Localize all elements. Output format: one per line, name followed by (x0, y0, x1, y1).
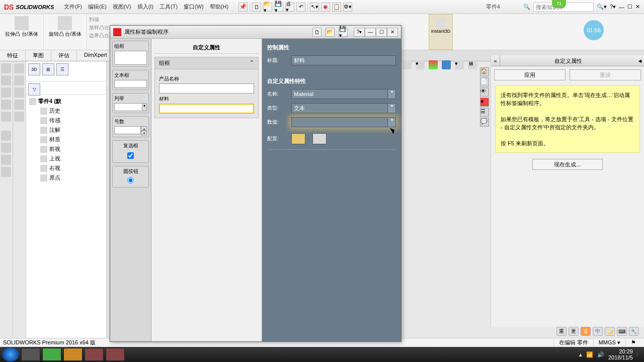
tree-front[interactable]: 前视 (28, 144, 104, 154)
pill-1[interactable]: 重 (556, 327, 567, 336)
rebuild-icon[interactable]: ◉ (321, 3, 330, 12)
tp-home-icon[interactable]: 🏠 (480, 67, 489, 76)
select-icon[interactable]: ↖▾ (310, 3, 319, 12)
name-dropdown[interactable]: Material▾ (291, 89, 396, 99)
l2-3[interactable] (14, 87, 24, 98)
menu-file[interactable]: 文件(F) (64, 3, 82, 11)
pill-2[interactable]: 更 (569, 327, 579, 336)
taskpane-collapse[interactable]: « (491, 55, 500, 66)
palette-groupbox[interactable]: 组框 (112, 41, 149, 67)
config-btn-2[interactable] (312, 133, 327, 144)
undo-icon[interactable]: ↶ (296, 3, 305, 12)
tree-annotations[interactable]: 注解 (28, 125, 104, 135)
tree-origin[interactable]: 原点 (28, 173, 104, 183)
start-button[interactable] (2, 347, 19, 361)
minimize-icon[interactable]: — (619, 4, 624, 10)
task-media[interactable] (63, 348, 83, 361)
li-9[interactable] (1, 167, 11, 177)
l2-2[interactable] (14, 75, 24, 85)
notification-badge[interactable]: 71 (552, 0, 566, 8)
field2-input[interactable] (159, 104, 254, 114)
pill-zh[interactable]: 中 (593, 327, 603, 336)
task-sw-2016[interactable] (85, 348, 104, 361)
tree-tab-2[interactable]: ⊞ (42, 63, 54, 75)
tp-res-icon[interactable]: 📄 (480, 77, 489, 86)
collapse-icon[interactable]: ⌃ (250, 59, 254, 67)
tree-history[interactable]: 历史 (28, 106, 104, 116)
tp-forum-icon[interactable]: 💬 (480, 118, 489, 127)
ribbon-extrude[interactable]: 拉伸凸 台/基体 (0, 14, 44, 50)
menu-view[interactable]: 视图(V) (113, 3, 131, 11)
vp-5[interactable]: ▾ (455, 60, 464, 69)
reset-button[interactable]: 重设 (570, 69, 641, 80)
ribbon-revolve[interactable]: 旋转凸 台/基体 (44, 14, 88, 50)
dlg-new-icon[interactable]: 🗋 (312, 28, 321, 37)
filter-icon[interactable]: ▽ (28, 83, 40, 96)
li-5[interactable] (1, 112, 11, 122)
status-units[interactable]: MMGS ▾ (593, 339, 625, 346)
tp-appear-icon[interactable]: ● (480, 98, 489, 107)
maximize-icon[interactable]: ☐ (627, 4, 632, 10)
l2-1[interactable] (14, 63, 24, 73)
value-dropdown[interactable]: ▾ (291, 117, 396, 127)
menu-tools[interactable]: 工具(T) (159, 3, 178, 11)
search-dd-icon[interactable]: 🔍▾ (597, 4, 607, 10)
li-2[interactable] (1, 75, 11, 85)
dlg-save-icon[interactable]: 💾▾ (339, 28, 348, 37)
palette-radio[interactable]: 圆按钮 (112, 166, 149, 188)
close-icon[interactable]: ✕ (635, 4, 640, 10)
tp-view-icon[interactable]: 👁 (480, 87, 489, 97)
li-8[interactable] (1, 155, 11, 165)
new-icon[interactable]: 🗋 (252, 3, 261, 12)
vp-2[interactable]: ▾ (416, 60, 425, 69)
type-dropdown[interactable]: 文本▾ (291, 103, 396, 113)
tab-dimxpert[interactable]: DimXpert (77, 50, 115, 61)
tree-root[interactable]: 零件4 (默 (28, 97, 104, 106)
li-3[interactable] (1, 87, 11, 98)
task-browser[interactable] (42, 348, 61, 361)
palette-number[interactable]: 号数 ▴▾ (112, 116, 149, 137)
li-4[interactable] (1, 100, 11, 110)
tree-sensors[interactable]: 传感 (28, 116, 104, 125)
li-6[interactable] (1, 131, 11, 141)
ribbon-sweep[interactable]: 扫描 (89, 16, 121, 23)
task-explorer[interactable] (21, 348, 40, 361)
pin-icon[interactable]: 📌 (238, 3, 248, 12)
tab-feature[interactable]: 特征 (0, 50, 26, 61)
generate-now-button[interactable]: 现在生成... (532, 159, 603, 170)
pill-set-icon[interactable]: 🔧 (629, 327, 639, 336)
tree-top[interactable]: 上视 (28, 154, 104, 163)
dlg-min-icon[interactable]: — (365, 28, 376, 37)
l2-5[interactable] (14, 112, 24, 122)
options-icon[interactable]: 📋 (332, 3, 341, 12)
dlg-help-icon[interactable]: ?▾ (354, 28, 365, 37)
tab-sketch[interactable]: 草图 (26, 50, 51, 61)
tray-net-icon[interactable]: 📶 (586, 351, 593, 358)
vp-3[interactable] (429, 60, 438, 69)
pill-s[interactable]: S (581, 327, 591, 336)
li-7[interactable] (1, 143, 11, 153)
print-icon[interactable]: 🖨▾ (285, 3, 294, 12)
tray-clock[interactable]: 20:29 2018/11/5 (608, 348, 633, 360)
palette-checkbox[interactable]: 复选框 (112, 140, 149, 163)
palette-textbox[interactable]: 文本框 (112, 70, 149, 90)
task-sw-dialog[interactable] (106, 348, 125, 361)
open-icon[interactable]: 📂▾ (263, 3, 272, 12)
tree-material[interactable]: 材质 (28, 135, 104, 144)
tree-right[interactable]: 右视 (28, 163, 104, 173)
instant3d-button[interactable]: Instant3D (429, 14, 453, 50)
vp-1[interactable] (403, 60, 412, 69)
tray-vol-icon[interactable]: 🔊 (597, 351, 604, 358)
taskpane-pin[interactable]: ◄ (636, 55, 644, 66)
pill-moon-icon[interactable]: 🌙 (605, 327, 615, 336)
help-icon[interactable]: ?▾ (610, 4, 616, 10)
menu-edit[interactable]: 编辑(E) (88, 3, 107, 11)
tab-evaluate[interactable]: 评估 (51, 50, 77, 61)
tray-showdesk[interactable] (637, 351, 642, 357)
caption-input[interactable]: 材料 (291, 55, 396, 65)
status-flag-icon[interactable]: ⚑ (625, 339, 641, 346)
dlg-max-icon[interactable]: ☐ (376, 28, 387, 37)
tree-tab-3d[interactable]: 3D (28, 63, 40, 75)
vp-4[interactable] (442, 60, 451, 69)
menu-window[interactable]: 窗口(W) (184, 3, 204, 11)
